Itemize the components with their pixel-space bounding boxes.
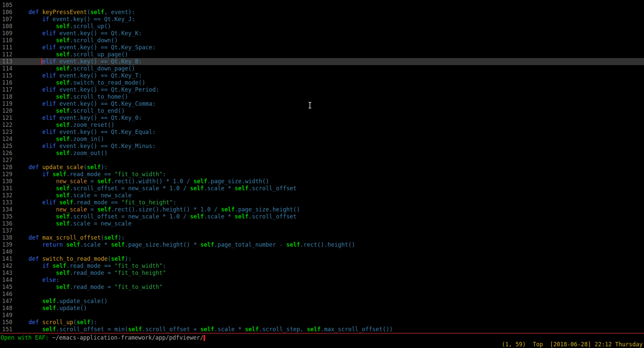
code-line[interactable]: 149 [0,312,644,319]
code-line[interactable]: 119 elif event.key() == Qt.Key_Comma: [0,100,644,107]
code-line[interactable]: 128 def update_scale(self): [0,164,644,171]
code-line[interactable]: 137 [0,227,644,234]
code-token-self-keyword: self [190,185,204,192]
code-line[interactable]: 122 self.zoom_reset() [0,121,644,129]
code-line[interactable]: 147 self.update_scale() [0,298,644,305]
line-number: 136 [0,220,15,227]
code-line[interactable]: 126 self.zoom_out() [0,150,644,157]
code-token-default-text: ( [87,9,90,15]
code-line[interactable]: 108 self.scroll_up() [0,23,644,30]
code-line[interactable]: 109 elif event.key() == Qt.Key_K: [0,30,644,37]
code-line[interactable]: 110 self.scroll_down() [0,37,644,44]
code-token-default-text: .page_size.height() * [125,241,200,248]
code-token-self-keyword: self [56,121,70,128]
code-line[interactable]: 105 [0,2,644,9]
code-token-default-text [15,164,29,170]
line-number: 107 [0,16,15,23]
code-line[interactable]: 151 self.scroll_offset = min(self.scroll… [0,326,644,333]
line-number: 134 [0,206,15,213]
code-line[interactable]: 125 elif event.key() == Qt.Key_Minus: [0,143,644,150]
code-token-default-text: .zoom_out() [70,150,108,156]
code-token-default-text [15,65,56,72]
code-token-default-text: .scroll_step, [259,326,307,333]
code-line[interactable]: 107 if event.key() == Qt.Key_J: [0,16,644,23]
code-token-self-keyword: self [235,213,248,220]
code-line[interactable]: 148 self.update() [0,305,644,312]
code-token-default-text [49,171,52,178]
code-line[interactable]: 138 def max_scroll_offset(self): [0,234,644,241]
code-token-default-text [15,72,42,79]
code-line[interactable]: 129 if self.read_mode == "fit_to_width": [0,171,644,178]
code-line[interactable]: 123 elif event.key() == Qt.Key_Equal: [0,129,644,136]
code-token-keyword: elif [42,199,56,206]
line-number: 108 [0,23,15,30]
code-line[interactable]: 144 else: [0,277,644,284]
code-token-default-text: ( [73,319,77,326]
code-line[interactable]: 139 return self.scale * self.page_size.h… [0,241,644,248]
code-line[interactable]: 145 self.read_mode = "fit_to_width" [0,284,644,291]
line-number: 137 [0,227,15,234]
minibuffer[interactable]: Open with EAF: ~/emacs-application-frame… [0,334,644,341]
code-line[interactable]: 146 [0,291,644,298]
code-line[interactable]: 114 self.scroll_down_page() [0,65,644,72]
line-number: 138 [0,234,15,241]
code-line[interactable]: 121 elif event.key() == Qt.Key_0: [0,114,644,121]
code-token-self-keyword: self [104,234,118,241]
code-token-keyword: elif [42,58,56,65]
code-token-default-text [15,100,42,107]
code-line[interactable]: 131 self.scroll_offset = new_scale * 1.0… [0,185,644,192]
code-line[interactable]: 142 if self.read_mode == "fit_to_width": [0,262,644,269]
code-line[interactable]: 112 self.scroll_up_page() [0,51,644,58]
line-number: 135 [0,213,15,220]
code-token-default-text: .page_size.height() [235,206,300,213]
code-token-default-text: = [87,206,97,213]
code-token-default-text: .scale = new_scale [70,220,132,227]
line-number: 149 [0,312,15,319]
code-line[interactable]: 130 new_scale = self.rect().width() * 1.… [0,178,644,185]
code-line[interactable]: 135 self.scroll_offset = new_scale * 1.0… [0,213,644,220]
code-line[interactable]: 140 [0,248,644,255]
code-token-default-text: : [163,262,166,269]
code-token-default-text: event.key() == Qt.Key_T: [56,72,142,79]
code-token-self-keyword: self [56,107,70,114]
code-line[interactable]: 141 def switch_to_read_mode(self): [0,255,644,262]
code-line[interactable]: 150 def scroll_up(self): [0,319,644,326]
code-line[interactable]: 120 self.scroll_to_end() [0,107,644,114]
code-line[interactable]: 127 [0,157,644,164]
ibeam-bottom-serif [309,108,311,108]
code-token-default-text: , event): [104,9,135,15]
code-token-default-text: .read_mode == [66,171,114,178]
code-token-default-text: .page_size.width() [207,178,269,185]
code-line-current[interactable]: 113 elif event.key() == Qt.Key_B: [0,58,644,65]
line-number: 147 [0,298,15,305]
code-line[interactable]: 106 def keyPressEvent(self, event): [0,9,644,16]
awesome-tray: (1, 59) Top [2018-06-28] 22:12 Thursday [0,341,644,348]
code-line[interactable]: 116 self.switch_to_read_mode() [0,79,644,86]
code-line[interactable]: 132 self.scale = new_scale [0,192,644,199]
code-line[interactable]: 136 self.scale = new_scale [0,220,644,227]
code-token-keyword: def [29,164,39,170]
code-token-self-keyword: self [87,164,101,170]
code-token-default-text [15,192,56,199]
code-line[interactable]: 133 elif self.read_mode == "fit_to_heigh… [0,199,644,206]
code-line[interactable]: 117 elif event.key() == Qt.Key_Period: [0,86,644,93]
minibuffer-input[interactable]: ~/emacs-application-framework/app/pdfvie… [52,334,203,341]
code-token-default-text [15,319,29,326]
line-number: 120 [0,107,15,114]
code-line[interactable]: 134 new_scale = self.rect().size().heigh… [0,206,644,213]
code-token-default-text: ): [101,164,107,170]
code-line[interactable]: 118 self.scroll_to_home() [0,93,644,100]
code-token-default-text: .read_mode = [70,284,114,290]
line-number: 112 [0,51,15,58]
code-area[interactable]: 105106 def keyPressEvent(self, event):10… [0,0,644,333]
code-token-variable-name: new_scale [56,178,87,185]
code-line[interactable]: 143 self.read_mode = "fit_to_height" [0,269,644,277]
code-token-self-keyword: self [235,185,248,192]
code-token-default-text [39,255,42,262]
line-number: 124 [0,136,15,143]
code-token-keyword: def [29,319,39,326]
code-token-default-text: .scale * [80,241,111,248]
code-line[interactable]: 115 elif event.key() == Qt.Key_T: [0,72,644,79]
code-line[interactable]: 111 elif event.key() == Qt.Key_Space: [0,44,644,51]
code-line[interactable]: 124 self.zoom_in() [0,136,644,143]
